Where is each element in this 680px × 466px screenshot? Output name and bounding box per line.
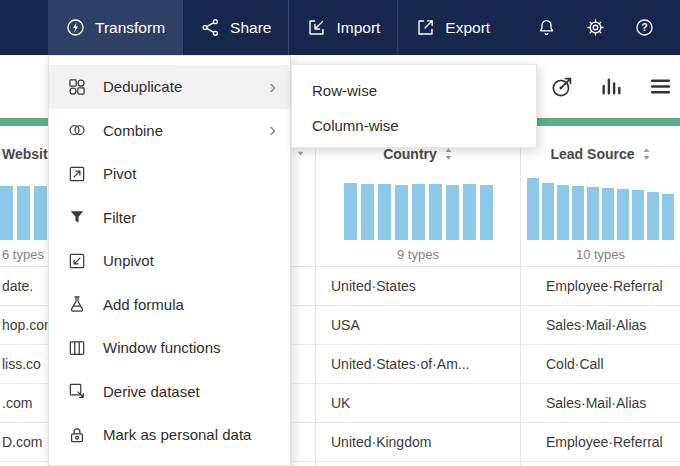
histogram-lead_source[interactable] <box>521 172 680 246</box>
histogram-bar <box>617 189 629 240</box>
menu-item-label: Add formula <box>103 296 276 313</box>
menu-item-label: Derive dataset <box>103 383 276 400</box>
column-cells: Employee·ReferralSales·Mail·AliasCold·Ca… <box>521 267 680 462</box>
import-button[interactable]: Import <box>288 0 397 55</box>
menu-item-add-formula[interactable]: Add formula <box>49 283 290 327</box>
table-cell[interactable]: Employee·Referral <box>521 267 680 306</box>
histogram-bar <box>542 183 554 240</box>
personal-data-icon <box>67 425 87 445</box>
histogram-icon[interactable] <box>599 74 624 99</box>
histogram-bar <box>572 186 584 240</box>
menu-item-label: Deduplicate <box>103 78 269 95</box>
menu-item-deduplicate[interactable]: Deduplicate› <box>49 65 290 109</box>
histogram-bar <box>17 186 30 240</box>
histogram-country[interactable] <box>316 172 520 246</box>
histogram-bar <box>647 192 659 240</box>
export-button-label: Export <box>445 19 490 37</box>
menu-item-label: Filter <box>103 209 276 226</box>
histogram-bar <box>446 185 459 240</box>
help-icon[interactable]: ? <box>634 17 655 38</box>
column-country: Country9 typesUnited·StatesUSAUnited·Sta… <box>315 126 520 466</box>
types-count-country: 9 types <box>316 246 520 267</box>
menu-item-label: Pivot <box>103 165 276 182</box>
submenu-item-column-wise[interactable]: Column-wise <box>292 108 536 143</box>
column-cells: United·StatesUSAUnited·States·of·Am...UK… <box>316 267 520 462</box>
table-cell[interactable]: UK <box>316 384 520 423</box>
column-name: Lead Source <box>550 146 634 162</box>
column-header-lead_source[interactable]: Lead Source <box>521 126 680 172</box>
table-cell[interactable]: Sales·Mail·Alias <box>521 384 680 423</box>
unpivot-icon <box>67 251 87 271</box>
menu-item-label: Mark as personal data <box>103 426 276 443</box>
share-button-label: Share <box>230 19 271 37</box>
transform-button[interactable]: Transform <box>48 0 182 55</box>
histogram-bar <box>429 184 442 240</box>
menu-item-label: Unpivot <box>103 252 276 269</box>
column-lead_source: Lead Source10 typesEmployee·ReferralSale… <box>520 126 680 466</box>
transform-button-label: Transform <box>95 19 165 37</box>
deduplicate-icon <box>67 77 87 97</box>
share-button[interactable]: Share <box>182 0 288 55</box>
histogram-bar <box>632 190 644 240</box>
menu-item-label: Window functions <box>103 339 276 356</box>
table-cell[interactable]: United·States·of·Am... <box>316 345 520 384</box>
target-icon[interactable] <box>550 74 575 99</box>
menu-item-combine[interactable]: Combine› <box>49 109 290 153</box>
sort-arrows-icon <box>444 147 453 161</box>
histogram-bar <box>602 188 614 240</box>
combine-icon <box>67 120 87 140</box>
derive-dataset-icon <box>67 381 87 401</box>
topbar-buttons: TransformShareImportExport <box>48 0 507 55</box>
gear-icon[interactable] <box>585 17 606 38</box>
import-button-label: Import <box>336 19 380 37</box>
menu-item-label: Combine <box>103 122 269 139</box>
bell-icon[interactable] <box>536 17 557 38</box>
export-button[interactable]: Export <box>397 0 507 55</box>
chevron-right-icon: › <box>269 118 276 139</box>
transform-bolt-icon <box>65 17 86 38</box>
pivot-icon <box>67 164 87 184</box>
menu-item-pivot[interactable]: Pivot <box>49 152 290 196</box>
histogram-bar <box>378 184 391 240</box>
histogram-bar <box>412 184 425 240</box>
table-cell[interactable]: Employee·Referral <box>521 423 680 462</box>
menu-item-unpivot[interactable]: Unpivot <box>49 239 290 283</box>
topbar: TransformShareImportExport ? <box>0 0 680 55</box>
window-functions-icon <box>67 338 87 358</box>
share-icon <box>200 17 221 38</box>
histogram-bar <box>480 185 493 240</box>
histogram-bar <box>361 184 374 240</box>
histogram-bar <box>0 186 13 240</box>
column-name: Country <box>383 146 437 162</box>
table-cell[interactable]: United·Kingdom <box>316 423 520 462</box>
table-cell[interactable]: Sales·Mail·Alias <box>521 306 680 345</box>
histogram-bar <box>557 185 569 240</box>
menu-item-derive-dataset[interactable]: Derive dataset <box>49 370 290 414</box>
sort-arrows-icon <box>642 147 651 161</box>
histogram-bar <box>662 194 674 240</box>
table-cell[interactable]: USA <box>316 306 520 345</box>
histogram-bar <box>344 183 357 240</box>
menu-icon[interactable] <box>648 74 673 99</box>
filter-icon <box>67 207 87 227</box>
histogram-bar <box>587 187 599 240</box>
chevron-right-icon: › <box>269 75 276 96</box>
histogram-bar <box>527 178 539 240</box>
histogram-bar <box>463 184 476 240</box>
add-formula-icon <box>67 294 87 314</box>
transform-menu: Deduplicate›Combine›PivotFilterUnpivotAd… <box>48 55 291 466</box>
export-icon <box>415 17 436 38</box>
topbar-right-icons: ? <box>536 0 680 55</box>
menu-item-mark-as-personal-data[interactable]: Mark as personal data <box>49 413 290 457</box>
histogram-bar <box>395 185 408 240</box>
svg-text:?: ? <box>641 22 647 33</box>
deduplicate-submenu: Row-wiseColumn-wise <box>291 64 537 148</box>
types-count-lead_source: 10 types <box>521 246 680 267</box>
table-cell[interactable]: United·States <box>316 267 520 306</box>
histogram-bar <box>34 186 47 240</box>
submenu-item-row-wise[interactable]: Row-wise <box>292 73 536 108</box>
table-cell[interactable]: Cold·Call <box>521 345 680 384</box>
menu-item-window-functions[interactable]: Window functions <box>49 326 290 370</box>
import-icon <box>306 17 327 38</box>
menu-item-filter[interactable]: Filter <box>49 196 290 240</box>
